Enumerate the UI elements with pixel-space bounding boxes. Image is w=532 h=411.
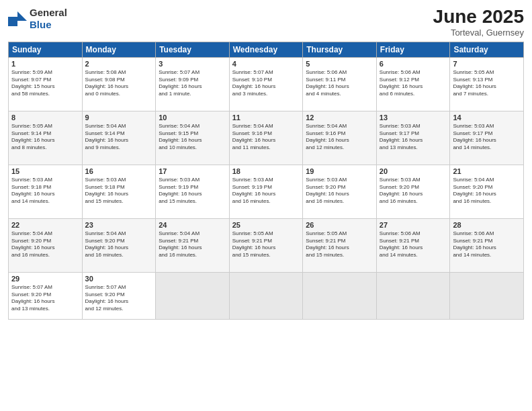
day-number: 17: [159, 167, 226, 175]
day-number: 2: [85, 60, 153, 68]
svg-marker-1: [8, 17, 17, 26]
calendar-cell: 8Sunrise: 5:05 AM Sunset: 9:14 PM Daylig…: [9, 111, 83, 165]
day-info: Sunrise: 5:05 AM Sunset: 9:14 PM Dayligh…: [11, 123, 79, 152]
calendar-cell: 7Sunrise: 5:05 AM Sunset: 9:13 PM Daylig…: [450, 57, 524, 111]
day-number: 11: [232, 113, 300, 122]
calendar-cell: 14Sunrise: 5:03 AM Sunset: 9:17 PM Dayli…: [450, 111, 524, 165]
day-info: Sunrise: 5:04 AM Sunset: 9:21 PM Dayligh…: [159, 230, 226, 259]
day-number: 10: [159, 113, 226, 122]
calendar-cell: 15Sunrise: 5:03 AM Sunset: 9:18 PM Dayli…: [9, 165, 83, 218]
day-number: 30: [85, 275, 153, 283]
day-number: 25: [232, 221, 300, 229]
day-info: Sunrise: 5:04 AM Sunset: 9:20 PM Dayligh…: [11, 230, 79, 259]
logo-text-blue: Blue: [30, 19, 52, 30]
day-number: 29: [11, 275, 79, 283]
day-info: Sunrise: 5:03 AM Sunset: 9:17 PM Dayligh…: [380, 123, 447, 152]
day-number: 16: [85, 167, 153, 175]
day-info: Sunrise: 5:04 AM Sunset: 9:16 PM Dayligh…: [232, 123, 300, 152]
column-header-tuesday: Tuesday: [156, 42, 230, 57]
calendar-cell: 30Sunrise: 5:07 AM Sunset: 9:20 PM Dayli…: [82, 272, 156, 319]
day-info: Sunrise: 5:03 AM Sunset: 9:17 PM Dayligh…: [453, 123, 521, 152]
day-info: Sunrise: 5:05 AM Sunset: 9:21 PM Dayligh…: [232, 230, 300, 259]
day-info: Sunrise: 5:07 AM Sunset: 9:10 PM Dayligh…: [232, 69, 300, 98]
day-info: Sunrise: 5:03 AM Sunset: 9:19 PM Dayligh…: [159, 177, 226, 205]
calendar-cell: [229, 272, 303, 319]
day-info: Sunrise: 5:07 AM Sunset: 9:20 PM Dayligh…: [11, 284, 79, 313]
day-info: Sunrise: 5:04 AM Sunset: 9:16 PM Dayligh…: [306, 123, 373, 152]
day-number: 15: [11, 167, 79, 175]
day-number: 3: [159, 60, 226, 68]
logo-icon: [8, 11, 27, 26]
day-info: Sunrise: 5:07 AM Sunset: 9:20 PM Dayligh…: [85, 284, 153, 313]
month-title: June 2025: [433, 7, 524, 28]
column-header-monday: Monday: [82, 42, 156, 57]
day-info: Sunrise: 5:03 AM Sunset: 9:18 PM Dayligh…: [11, 177, 79, 205]
calendar-cell: 19Sunrise: 5:03 AM Sunset: 9:20 PM Dayli…: [303, 165, 377, 218]
calendar-cell: 6Sunrise: 5:06 AM Sunset: 9:12 PM Daylig…: [376, 57, 450, 111]
day-number: 20: [380, 167, 447, 175]
column-header-sunday: Sunday: [9, 42, 83, 57]
day-info: Sunrise: 5:04 AM Sunset: 9:15 PM Dayligh…: [159, 123, 226, 152]
day-info: Sunrise: 5:07 AM Sunset: 9:09 PM Dayligh…: [159, 69, 226, 98]
calendar-cell: 21Sunrise: 5:04 AM Sunset: 9:20 PM Dayli…: [450, 165, 524, 218]
calendar-week-row: 8Sunrise: 5:05 AM Sunset: 9:14 PM Daylig…: [9, 111, 524, 165]
day-number: 9: [85, 113, 153, 122]
day-number: 18: [232, 167, 300, 175]
calendar-cell: 28Sunrise: 5:06 AM Sunset: 9:21 PM Dayli…: [450, 218, 524, 272]
day-info: Sunrise: 5:06 AM Sunset: 9:12 PM Dayligh…: [380, 69, 447, 98]
calendar-cell: 1Sunrise: 5:09 AM Sunset: 9:07 PM Daylig…: [9, 57, 83, 111]
calendar-week-row: 15Sunrise: 5:03 AM Sunset: 9:18 PM Dayli…: [9, 165, 524, 218]
calendar-cell: 22Sunrise: 5:04 AM Sunset: 9:20 PM Dayli…: [9, 218, 83, 272]
calendar-week-row: 22Sunrise: 5:04 AM Sunset: 9:20 PM Dayli…: [9, 218, 524, 272]
day-number: 12: [306, 113, 373, 122]
calendar-table: SundayMondayTuesdayWednesdayThursdayFrid…: [8, 42, 524, 320]
calendar-cell: 16Sunrise: 5:03 AM Sunset: 9:18 PM Dayli…: [82, 165, 156, 218]
day-number: 21: [453, 167, 521, 175]
day-number: 24: [159, 221, 226, 229]
column-header-saturday: Saturday: [450, 42, 524, 57]
calendar-cell: [450, 272, 524, 319]
day-number: 4: [232, 60, 300, 68]
logo: General Blue: [8, 7, 67, 31]
day-info: Sunrise: 5:03 AM Sunset: 9:20 PM Dayligh…: [306, 177, 373, 205]
calendar-cell: 12Sunrise: 5:04 AM Sunset: 9:16 PM Dayli…: [303, 111, 377, 165]
calendar-cell: 10Sunrise: 5:04 AM Sunset: 9:15 PM Dayli…: [156, 111, 230, 165]
calendar-cell: 23Sunrise: 5:04 AM Sunset: 9:20 PM Dayli…: [82, 218, 156, 272]
calendar-cell: 20Sunrise: 5:03 AM Sunset: 9:20 PM Dayli…: [376, 165, 450, 218]
column-header-wednesday: Wednesday: [229, 42, 303, 57]
day-number: 7: [453, 60, 521, 68]
day-number: 14: [453, 113, 521, 122]
day-number: 8: [11, 113, 79, 122]
calendar-cell: 11Sunrise: 5:04 AM Sunset: 9:16 PM Dayli…: [229, 111, 303, 165]
day-number: 26: [306, 221, 373, 229]
logo-text-general: General: [30, 7, 67, 18]
day-number: 28: [453, 221, 521, 229]
day-number: 6: [380, 60, 447, 68]
day-number: 1: [11, 60, 79, 68]
day-number: 27: [380, 221, 447, 229]
day-info: Sunrise: 5:03 AM Sunset: 9:20 PM Dayligh…: [380, 177, 447, 205]
calendar-header-row: SundayMondayTuesdayWednesdayThursdayFrid…: [9, 42, 524, 57]
calendar-cell: 27Sunrise: 5:06 AM Sunset: 9:21 PM Dayli…: [376, 218, 450, 272]
day-info: Sunrise: 5:04 AM Sunset: 9:20 PM Dayligh…: [453, 177, 521, 205]
calendar-cell: 3Sunrise: 5:07 AM Sunset: 9:09 PM Daylig…: [156, 57, 230, 111]
page-header: General Blue June 2025 Torteval, Guernse…: [8, 7, 524, 38]
location-text: Torteval, Guernsey: [433, 28, 524, 38]
calendar-cell: 29Sunrise: 5:07 AM Sunset: 9:20 PM Dayli…: [9, 272, 83, 319]
calendar-cell: 2Sunrise: 5:08 AM Sunset: 9:08 PM Daylig…: [82, 57, 156, 111]
column-header-thursday: Thursday: [303, 42, 377, 57]
calendar-cell: [303, 272, 377, 319]
calendar-cell: 25Sunrise: 5:05 AM Sunset: 9:21 PM Dayli…: [229, 218, 303, 272]
calendar-cell: 9Sunrise: 5:04 AM Sunset: 9:14 PM Daylig…: [82, 111, 156, 165]
calendar-cell: 18Sunrise: 5:03 AM Sunset: 9:19 PM Dayli…: [229, 165, 303, 218]
calendar-cell: [156, 272, 230, 319]
svg-marker-0: [17, 11, 27, 21]
day-number: 22: [11, 221, 79, 229]
day-info: Sunrise: 5:06 AM Sunset: 9:11 PM Dayligh…: [306, 69, 373, 98]
calendar-cell: 4Sunrise: 5:07 AM Sunset: 9:10 PM Daylig…: [229, 57, 303, 111]
day-info: Sunrise: 5:03 AM Sunset: 9:19 PM Dayligh…: [232, 177, 300, 205]
day-number: 13: [380, 113, 447, 122]
calendar-cell: 17Sunrise: 5:03 AM Sunset: 9:19 PM Dayli…: [156, 165, 230, 218]
calendar-cell: 26Sunrise: 5:05 AM Sunset: 9:21 PM Dayli…: [303, 218, 377, 272]
column-header-friday: Friday: [376, 42, 450, 57]
